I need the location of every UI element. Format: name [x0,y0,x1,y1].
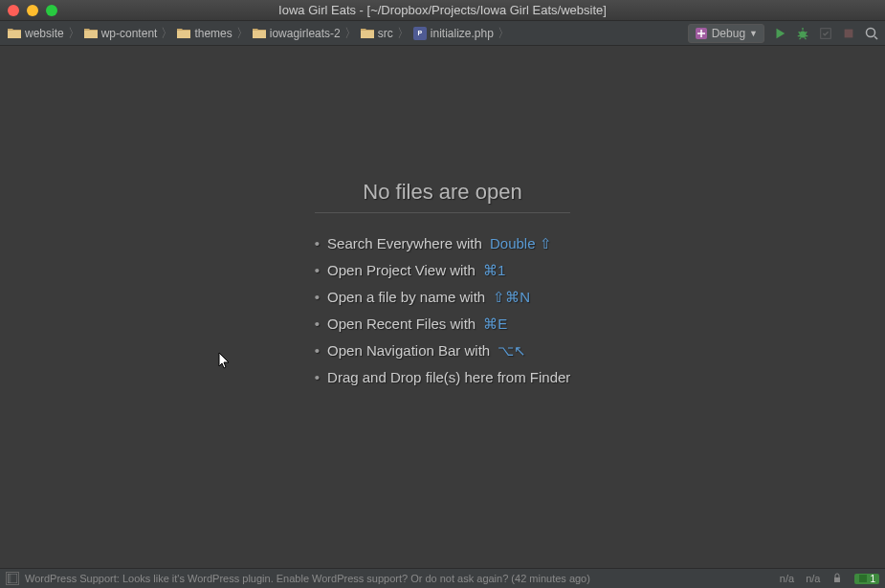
tip-shortcut: ⌘E [483,316,507,332]
debug-config-icon [695,27,708,40]
chevron-right-icon: 〉 [68,25,80,42]
status-message[interactable]: WordPress Support: Looks like it's WordP… [25,573,590,584]
tip-text: Search Everywhere with [327,235,482,251]
run-configuration-dropdown[interactable]: Debug ▼ [688,24,764,43]
tip-shortcut: ⌥↖ [498,342,526,359]
breadcrumb-item-initialize-php[interactable]: P initialize.php [411,27,496,40]
breadcrumb-label: themes [194,27,232,40]
editor-area[interactable]: No files are open Search Everywhere with… [0,46,885,568]
close-window-button[interactable] [8,5,19,16]
tip-text: Open Project View with [327,262,476,278]
php-file-icon: P [413,27,427,40]
empty-state-title: No files are open [315,180,571,213]
window-controls [8,5,57,16]
tip-shortcut: ⌘1 [483,262,505,278]
tip-drag-drop: Drag and Drop file(s) here from Finder [315,364,571,390]
folder-icon [8,28,21,39]
svg-rect-3 [845,29,853,37]
status-indicator-1[interactable]: n/a [780,573,794,584]
chevron-right-icon: 〉 [344,25,357,42]
breadcrumb-item-src[interactable]: src [359,27,395,40]
folder-icon [253,28,266,39]
run-configuration-label: Debug [712,27,745,40]
tip-project-view: Open Project View with ⌘1 [315,257,571,284]
mouse-cursor-icon [218,352,232,371]
breadcrumb-label: iowagirleats-2 [270,27,341,40]
window-title: Iowa Girl Eats - [~/Dropbox/Projects/Iow… [8,3,877,17]
svg-point-4 [867,28,875,36]
breadcrumb-item-wp-content[interactable]: wp-content [82,27,160,40]
chevron-down-icon: ▼ [749,29,758,38]
breadcrumb: website 〉 wp-content 〉 themes 〉 iowagirl… [6,25,688,42]
tip-text: Open Recent Files with [327,316,476,332]
stop-button [841,26,856,41]
breadcrumb-label: src [378,27,393,40]
breadcrumb-label: initialize.php [431,27,494,40]
svg-rect-7 [834,577,840,582]
tip-recent-files: Open Recent Files with ⌘E [315,311,571,338]
breadcrumb-item-website[interactable]: website [6,27,66,40]
breadcrumb-item-iowagirleats-2[interactable]: iowagirleats-2 [251,27,343,40]
tool-window-toggle-icon[interactable] [6,572,19,585]
tip-open-file: Open a file by name with ⇧⌘N [315,284,571,311]
empty-state-tips: Search Everywhere with Double ⇧ Open Pro… [315,230,571,390]
navigation-toolbar: website 〉 wp-content 〉 themes 〉 iowagirl… [0,21,885,46]
lock-icon[interactable] [831,572,843,585]
tip-navigation-bar: Open Navigation Bar with ⌥↖ [315,338,571,364]
chevron-right-icon: 〉 [236,25,249,42]
notifications-badge[interactable]: 1 [854,574,879,584]
breadcrumb-label: wp-content [101,27,158,40]
breadcrumb-item-themes[interactable]: themes [175,27,233,40]
empty-editor-state: No files are open Search Everywhere with… [315,180,571,390]
breadcrumb-label: website [25,27,64,40]
chevron-right-icon: 〉 [161,25,173,42]
debug-button[interactable] [795,26,810,41]
svg-rect-6 [8,574,11,583]
toolbar-actions: Debug ▼ [688,24,879,43]
svg-point-1 [800,31,807,37]
run-button[interactable] [772,26,787,41]
tip-text: Open a file by name with [327,289,485,305]
chevron-right-icon: 〉 [498,25,510,42]
title-bar: Iowa Girl Eats - [~/Dropbox/Projects/Iow… [0,0,885,21]
tip-shortcut: ⇧⌘N [493,289,530,305]
tip-shortcut: Double ⇧ [490,235,552,251]
folder-icon [361,28,374,39]
tip-text: Drag and Drop file(s) here from Finder [327,369,570,385]
search-everywhere-button[interactable] [864,26,879,41]
status-indicator-2[interactable]: n/a [806,573,820,584]
tip-search-everywhere: Search Everywhere with Double ⇧ [315,230,571,257]
chevron-right-icon: 〉 [397,25,409,42]
svg-rect-8 [859,575,867,582]
folder-icon [177,28,190,39]
status-bar: WordPress Support: Looks like it's WordP… [0,568,885,588]
coverage-button [818,26,833,41]
minimize-window-button[interactable] [27,5,38,16]
tip-text: Open Navigation Bar with [327,342,490,359]
badge-count: 1 [870,574,875,584]
maximize-window-button[interactable] [46,5,57,16]
folder-icon [84,28,98,39]
